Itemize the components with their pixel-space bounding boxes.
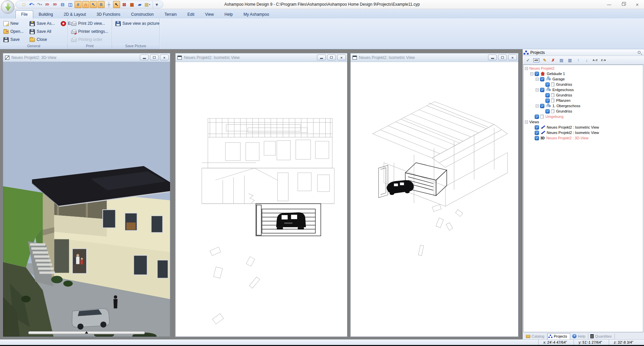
undo-icon[interactable]: ↶	[28, 1, 35, 8]
menu-tab[interactable]: Edit	[182, 11, 200, 18]
rename-abl-icon[interactable]: abl	[533, 57, 540, 64]
panel-tab[interactable]: Catalog	[524, 334, 547, 339]
ribbon-button[interactable]: Open...	[3, 29, 25, 34]
menu-tab[interactable]: 2D & Layout	[58, 11, 91, 18]
menu-tab[interactable]: Construction	[126, 11, 159, 18]
expand-collapse-icon[interactable]	[536, 78, 539, 81]
expand-collapse-icon[interactable]	[536, 105, 539, 108]
tree-row[interactable]: Grundriss	[524, 82, 643, 87]
minimize-icon[interactable]	[140, 55, 149, 60]
new-2d-plan-icon[interactable]: □	[20, 1, 28, 8]
restore-icon[interactable]	[150, 55, 159, 60]
select-cursor-icon[interactable]: ↖	[113, 1, 120, 8]
visibility-checkbox[interactable]	[540, 88, 544, 92]
visibility-checkbox[interactable]	[540, 77, 544, 81]
tree-row[interactable]: Grundriss	[524, 109, 643, 114]
3d-view-icon[interactable]: 3D	[51, 1, 58, 8]
ribbon-button[interactable]: Print 2D view...	[70, 21, 110, 26]
menu-tab[interactable]: Terrain	[159, 11, 182, 18]
3d-render-viewport[interactable]	[3, 62, 170, 337]
axis-cross-icon[interactable]: ┼	[105, 1, 112, 8]
split-horizontal-icon[interactable]: ⊟	[59, 1, 66, 8]
mdi-title-bar[interactable]: Neues Projekt2: Isometric View ×	[175, 53, 347, 62]
tree-row[interactable]: Umgebung	[524, 114, 643, 119]
ribbon-button[interactable]: Save	[3, 37, 25, 43]
2d-view-icon[interactable]: 2D	[44, 1, 51, 8]
minimize-icon[interactable]	[488, 55, 497, 60]
panel-tab[interactable]: Help	[570, 333, 589, 339]
tree-row[interactable]: Garage	[524, 76, 643, 82]
minimize-icon[interactable]	[317, 55, 326, 60]
grid-icon[interactable]: #	[74, 1, 82, 8]
expand-collapse-icon[interactable]	[525, 67, 528, 70]
menu-tab[interactable]: View	[200, 11, 219, 18]
mdi-window-isometric-2[interactable]: Neues Projekt2: Isometric View ×	[350, 53, 519, 337]
visibility-checkbox[interactable]	[535, 72, 539, 76]
roof-texture-icon[interactable]: ▦	[128, 1, 136, 8]
minimize-icon[interactable]: —	[604, 1, 614, 8]
guide-lines-icon[interactable]: |||	[98, 1, 105, 8]
visibility-checkbox[interactable]	[545, 82, 550, 87]
expand-collapse-icon[interactable]	[536, 88, 539, 91]
restore-icon[interactable]	[619, 1, 628, 8]
tree-row[interactable]: Neues Projekt2	[524, 66, 643, 71]
tree-row[interactable]: Pflanzen	[524, 98, 643, 103]
ribbon-button[interactable]: Printer settings...	[70, 29, 110, 34]
sort-za-icon[interactable]: Z↓A	[600, 57, 607, 64]
ribbon-button[interactable]: Printing order	[70, 37, 110, 42]
redo-icon[interactable]: ↷	[36, 1, 43, 8]
visibility-checkbox[interactable]	[545, 109, 550, 114]
close-icon[interactable]: ×	[160, 55, 169, 60]
ribbon-button[interactable]: Save view as picture	[115, 21, 161, 26]
visibility-checkbox[interactable]	[535, 125, 539, 130]
mdi-window-3d-view[interactable]: Neues Projekt2: 3D-View ×	[3, 53, 170, 337]
panel-tab[interactable]: Projects	[547, 333, 570, 339]
visibility-checkbox[interactable]	[540, 104, 544, 108]
tree-row[interactable]: Neues Projekt2 : Isometric View	[524, 125, 643, 130]
tree-row[interactable]: Neues Projekt2 : 3D-View	[524, 135, 643, 141]
panel-tab[interactable]: Quantities	[588, 334, 615, 339]
ribbon-button[interactable]: Save All	[29, 29, 57, 34]
visibility-checkbox[interactable]	[545, 98, 550, 103]
plane-tool-icon[interactable]: ▰	[136, 1, 143, 8]
close-icon[interactable]: ×	[633, 1, 642, 8]
ribbon-button[interactable]: New	[3, 21, 25, 26]
menu-tab[interactable]: Building	[33, 11, 58, 18]
restore-icon[interactable]	[498, 55, 507, 60]
walk-height-slider[interactable]	[28, 331, 145, 334]
menu-tab[interactable]: File	[15, 10, 33, 18]
visibility-checkbox[interactable]	[535, 131, 539, 135]
move-up-icon[interactable]: ↑	[575, 57, 582, 64]
search-icon[interactable]	[638, 51, 641, 54]
visibility-checkbox[interactable]	[545, 93, 550, 97]
delete-icon[interactable]: ✗	[550, 57, 556, 64]
copy-pages-icon[interactable]: ▤	[144, 1, 151, 8]
expand-collapse-icon[interactable]	[530, 72, 533, 75]
qat-customize-icon[interactable]: ▾	[153, 1, 160, 8]
tree-row[interactable]: Views	[524, 119, 643, 125]
ribbon-button[interactable]: Close	[29, 37, 57, 42]
move-down-icon[interactable]: ↓	[583, 57, 590, 64]
menu-tab[interactable]: My Ashampoo	[238, 11, 274, 18]
tree-row[interactable]: Gebäude 1	[524, 71, 643, 76]
tree-row[interactable]: Erdgeschoss	[524, 87, 643, 92]
menu-tab[interactable]: Help	[219, 11, 238, 18]
mdi-title-bar[interactable]: Neues Projekt2: Isometric View ×	[351, 53, 518, 62]
tree-row[interactable]: Grundriss	[524, 92, 643, 98]
ribbon-button[interactable]: Save As...	[29, 21, 57, 26]
restore-icon[interactable]	[327, 55, 336, 60]
wireframe-viewport[interactable]	[175, 62, 347, 337]
copy-icon[interactable]: ▤	[558, 57, 565, 64]
wireframe-viewport[interactable]	[351, 62, 518, 337]
tree-row[interactable]: 1. Obergeschoss	[524, 103, 643, 109]
export-view-icon[interactable]: ⊠	[121, 1, 128, 8]
snap-magnet-icon[interactable]: ∩	[82, 1, 89, 8]
menu-tab[interactable]: 3D Functions	[91, 11, 126, 18]
select-rays-icon[interactable]: ↖	[90, 1, 97, 8]
close-icon[interactable]: ×	[337, 55, 346, 60]
close-icon[interactable]: ×	[508, 55, 517, 60]
mdi-title-bar[interactable]: Neues Projekt2: 3D-View ×	[3, 53, 170, 62]
mdi-window-isometric-1[interactable]: Neues Projekt2: Isometric View ×	[175, 53, 347, 337]
split-vertical-icon[interactable]: ◫	[67, 1, 74, 8]
tree-row[interactable]: Neues Projekt2 : Isometric View	[524, 130, 643, 135]
